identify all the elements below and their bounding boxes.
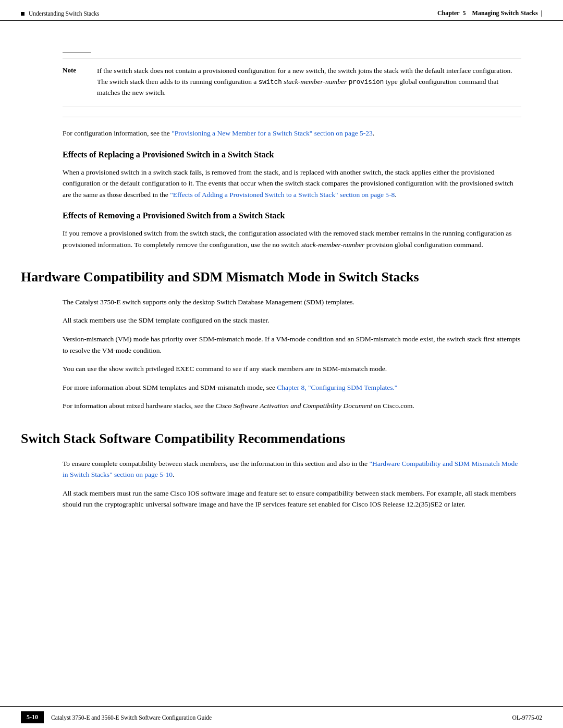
chapter1-para5-before: For more information about SDM templates… <box>63 384 277 391</box>
note-box: Note If the switch stack does not contai… <box>63 58 521 106</box>
chapter-num: 5 <box>463 9 466 17</box>
section1-heading: Effects of Replacing a Provisioned Switc… <box>63 150 521 161</box>
chapter2-para1-after: . <box>173 471 174 478</box>
chapter2-para2: All stack members must run the same Cisc… <box>63 488 521 510</box>
note-content: If the switch stack does not contain a p… <box>97 66 521 98</box>
footer-page-number: 5-10 <box>21 711 44 723</box>
chapter1-para5: For more information about SDM templates… <box>63 382 521 393</box>
section2-italic1: stack-member-number <box>300 241 366 249</box>
main-content: Note If the switch stack does not contai… <box>0 21 563 549</box>
note-code2: provision <box>349 79 384 86</box>
chapter1-para6-after: on Cisco.com. <box>372 402 414 410</box>
footer-doc-id: OL-9775-02 <box>512 714 543 721</box>
header-chapter-info: Chapter 5 Managing Switch Stacks | <box>437 9 542 17</box>
note-label: Note <box>63 66 89 98</box>
section1-para: When a provisioned switch in a switch st… <box>63 167 521 201</box>
section1-link[interactable]: "Effects of Adding a Provisioned Switch … <box>170 191 395 199</box>
chapter1-para4-after: privileged EXEC command to see if any st… <box>144 365 387 373</box>
chapter1-para1: The Catalyst 3750-E switch supports only… <box>63 297 521 308</box>
chapter1-para3: Version-mismatch (VM) mode has priority … <box>63 334 521 356</box>
chapter1-para6: For information about mixed hardware sta… <box>63 400 521 412</box>
page-footer: 5-10 Catalyst 3750-E and 3560-E Switch S… <box>0 706 563 728</box>
section2-text-after: global configuration command. <box>393 241 483 249</box>
breadcrumb-text: Understanding Switch Stacks <box>29 10 99 17</box>
chapter1-para6-before: For information about mixed hardware sta… <box>63 402 216 410</box>
chapter2-heading: Switch Stack Software Compatibility Reco… <box>21 430 542 448</box>
config-para-before: For configuration information, see the <box>63 129 172 137</box>
breadcrumb-bullet <box>21 12 25 16</box>
chapter1-para4: You can use the show switch privileged E… <box>63 363 521 375</box>
chapter2-para1: To ensure complete compatibility between… <box>63 458 521 480</box>
note-top-rule <box>63 52 91 53</box>
header-section-title: Managing Switch Stacks <box>472 9 538 17</box>
section2-code2: provision <box>366 241 393 249</box>
note-container: Note If the switch stack does not contai… <box>63 52 521 117</box>
chapter1-para2: All stack members use the SDM template c… <box>63 315 521 326</box>
chapter1-para4-before: You can use the <box>63 365 109 373</box>
note-bottom-rule <box>63 117 521 117</box>
config-link-para: For configuration information, see the "… <box>63 128 521 139</box>
note-italic1: stack-member-number <box>282 78 349 85</box>
breadcrumb: Understanding Switch Stacks <box>21 10 99 17</box>
chapter-label: Chapter <box>437 9 460 17</box>
chapter1-para5-link[interactable]: Chapter 8, "Configuring SDM Templates." <box>277 384 397 391</box>
chapter2-para1-before: To ensure complete compatibility between… <box>63 460 369 467</box>
chapter1-heading: Hardware Compatibility and SDM Mismatch … <box>21 269 542 286</box>
section1-text-after: . <box>395 191 396 199</box>
note-code1: switch <box>259 79 282 86</box>
section2-para: If you remove a provisioned switch from … <box>63 228 521 250</box>
footer-doc-title: Catalyst 3750-E and 3560-E Switch Softwa… <box>51 714 212 721</box>
chapter1-para4-code: show switch <box>109 365 144 373</box>
footer-left: 5-10 Catalyst 3750-E and 3560-E Switch S… <box>21 711 212 723</box>
section2-code1: no switch <box>273 241 300 249</box>
config-para-after: . <box>373 129 374 137</box>
config-link[interactable]: "Provisioning a New Member for a Switch … <box>172 129 373 137</box>
chapter1-para6-italic: Cisco Software Activation and Compatibil… <box>216 402 372 410</box>
section2-heading: Effects of Removing a Provisioned Switch… <box>63 211 521 221</box>
